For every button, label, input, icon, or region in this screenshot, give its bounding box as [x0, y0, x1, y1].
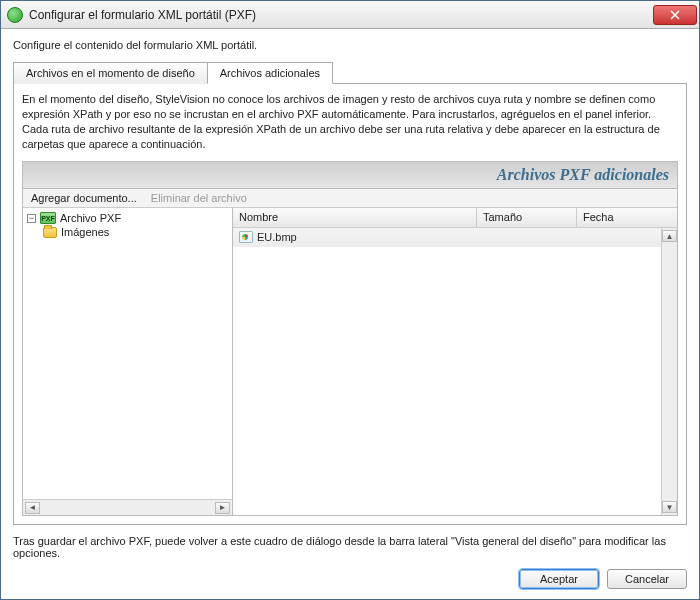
scroll-down-icon[interactable]: ▼ — [662, 501, 677, 513]
tab-label: Archivos adicionales — [220, 67, 320, 79]
pxf-icon: PXF — [40, 212, 56, 224]
close-button[interactable] — [653, 5, 697, 25]
tree-hscrollbar[interactable]: ◄ ► — [23, 499, 232, 515]
cancel-button[interactable]: Cancelar — [607, 569, 687, 589]
file-list[interactable]: EU.bmp — [233, 228, 677, 515]
list-header: Nombre Tamaño Fecha — [233, 208, 677, 228]
tab-help-text: En el momento del diseño, StyleVision no… — [22, 92, 678, 151]
dialog-description: Configure el contenido del formulario XM… — [13, 39, 687, 51]
file-name: EU.bmp — [257, 231, 297, 243]
tree-item-images[interactable]: Imágenes — [27, 225, 228, 239]
folder-tree[interactable]: − PXF Archivo PXF Imágenes — [23, 208, 232, 499]
ok-button[interactable]: Aceptar — [519, 569, 599, 589]
add-document-button[interactable]: Agregar documento... — [31, 192, 137, 204]
scroll-up-icon[interactable]: ▲ — [662, 230, 677, 242]
tab-design-time-files[interactable]: Archivos en el momento de diseño — [13, 62, 207, 84]
file-list-pane: Nombre Tamaño Fecha EU.bmp — [233, 208, 677, 515]
image-file-icon — [239, 231, 253, 243]
split-panes: − PXF Archivo PXF Imágenes ◄ ► — [23, 208, 677, 515]
list-vscrollbar[interactable]: ▲ ▼ — [661, 228, 677, 515]
tab-label: Archivos en el momento de diseño — [26, 67, 195, 79]
additional-files-group: Archivos PXF adicionales Agregar documen… — [22, 161, 678, 516]
column-header-size[interactable]: Tamaño — [477, 208, 577, 227]
dialog-window: Configurar el formulario XML portátil (P… — [0, 0, 700, 600]
window-title: Configurar el formulario XML portátil (P… — [29, 8, 653, 22]
collapse-icon[interactable]: − — [27, 214, 36, 223]
app-icon — [7, 7, 23, 23]
column-header-date[interactable]: Fecha — [577, 208, 677, 227]
dialog-buttons: Aceptar Cancelar — [13, 569, 687, 589]
tab-body: En el momento del diseño, StyleVision no… — [13, 84, 687, 525]
tab-additional-files[interactable]: Archivos adicionales — [207, 62, 333, 84]
remove-from-archive-button: Eliminar del archivo — [151, 192, 247, 204]
scroll-right-icon[interactable]: ► — [215, 502, 230, 514]
titlebar[interactable]: Configurar el formulario XML portátil (P… — [1, 1, 699, 29]
group-toolbar: Agregar documento... Eliminar del archiv… — [23, 189, 677, 208]
column-header-name[interactable]: Nombre — [233, 208, 477, 227]
tree-root-label: Archivo PXF — [60, 212, 121, 224]
folder-icon — [43, 227, 57, 238]
tree-pane: − PXF Archivo PXF Imágenes ◄ ► — [23, 208, 233, 515]
footer-note: Tras guardar el archivo PXF, puede volve… — [13, 535, 687, 559]
close-icon — [670, 10, 680, 20]
scroll-left-icon[interactable]: ◄ — [25, 502, 40, 514]
tree-root[interactable]: − PXF Archivo PXF — [27, 211, 228, 225]
dialog-content: Configure el contenido del formulario XM… — [1, 29, 699, 599]
group-title: Archivos PXF adicionales — [23, 162, 677, 189]
list-item[interactable]: EU.bmp — [233, 228, 677, 247]
tab-strip: Archivos en el momento de diseño Archivo… — [13, 61, 687, 84]
tree-item-label: Imágenes — [61, 226, 109, 238]
